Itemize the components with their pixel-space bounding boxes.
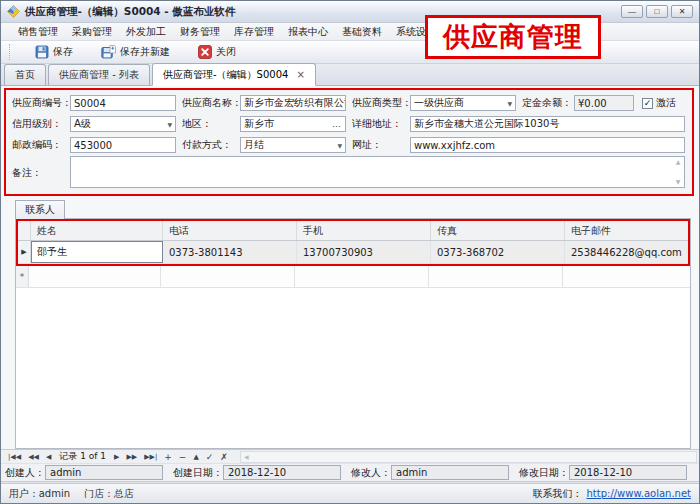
tab-home[interactable]: 首页 — [4, 64, 46, 85]
menu-inventory[interactable]: 库存管理 — [227, 25, 281, 39]
supplier-type-value: 一级供应商 — [414, 96, 464, 110]
close-window-button[interactable]: ✕ — [671, 5, 693, 18]
cell-phone[interactable]: 0373-3801143 — [163, 241, 297, 263]
horizontal-scrollbar[interactable]: ◀ — [240, 451, 697, 463]
credit-level-select[interactable]: A级 ▼ — [70, 116, 176, 132]
supplier-name-label: 供应商名称： — [182, 96, 240, 110]
deposit-balance-field: ¥0.00 — [574, 95, 634, 111]
cell-mobile-empty[interactable] — [295, 266, 429, 287]
cell-name[interactable]: 邵予生 — [31, 241, 163, 263]
column-header-fax[interactable]: 传真 — [431, 221, 565, 240]
chevron-down-icon[interactable]: ▼ — [337, 142, 342, 149]
status-right: 联系我们： http://www.aolan.net — [532, 487, 691, 501]
postcode-label: 邮政编码： — [12, 138, 70, 152]
annotation-supplier-management: 供应商管理 — [425, 15, 601, 59]
nav-next-page-button[interactable]: ▶▶ — [123, 451, 140, 463]
menu-purchasing[interactable]: 采购管理 — [65, 25, 119, 39]
column-header-phone[interactable]: 电话 — [163, 221, 297, 240]
cell-fax-empty[interactable] — [429, 266, 563, 287]
remarks-textarea[interactable]: ▲ ▼ — [70, 156, 685, 188]
save-button-label: 保存 — [53, 45, 73, 59]
cell-email-empty[interactable] — [563, 266, 690, 287]
scroll-down-icon[interactable]: ▼ — [676, 179, 681, 185]
tab-supplier-edit[interactable]: 供应商管理-（编辑）S0004 × — [152, 63, 316, 86]
tab-supplier-edit-label: 供应商管理-（编辑）S0004 — [163, 68, 288, 82]
supplier-type-select[interactable]: 一级供应商 ▼ — [410, 95, 516, 111]
payment-method-label: 付款方式： — [182, 138, 240, 152]
window-title: 供应商管理-（编辑）S0004 - 傲蓝布业软件 — [25, 5, 235, 19]
nav-edit-button[interactable]: ▲ — [190, 451, 201, 463]
nav-cancel-button[interactable]: ✗ — [217, 451, 231, 463]
form-row-2: 信用级别： A级 ▼ 地区： 新乡市 … 详细地址： 新乡市金穗大道公元国际10… — [12, 114, 687, 134]
nav-first-button[interactable]: |◀◀ — [5, 451, 24, 463]
toolbar-grip — [9, 44, 12, 60]
contacts-grid: 姓名 电话 手机 传真 电子邮件 ▶ 邵予生 0373-3801143 1370… — [15, 218, 691, 449]
cell-mobile[interactable]: 13700730903 — [297, 241, 431, 263]
audit-bar: 创建人： admin 创建日期： 2018-12-10 修改人： admin 修… — [1, 463, 699, 481]
chevron-down-icon[interactable]: ▼ — [507, 100, 512, 107]
website-link[interactable]: http://www.aolan.net — [586, 488, 691, 499]
modified-by-label: 修改人： — [351, 466, 391, 480]
tab-supplier-list[interactable]: 供应商管理 - 列表 — [48, 64, 150, 85]
menu-basic-data[interactable]: 基础资料 — [335, 25, 389, 39]
remarks-scrollbar[interactable]: ▲ ▼ — [672, 157, 684, 187]
nav-delete-button[interactable]: − — [176, 451, 190, 463]
floppy-disk-icon — [35, 45, 49, 59]
close-form-button[interactable]: 关闭 — [191, 43, 243, 61]
nav-prev-page-button[interactable]: ◀◀ — [25, 451, 42, 463]
created-by-label: 创建人： — [5, 466, 45, 480]
scroll-up-icon[interactable]: ▲ — [676, 159, 681, 165]
save-button[interactable]: 保存 — [28, 43, 80, 61]
nav-prev-button[interactable]: ◀ — [43, 451, 54, 463]
payment-method-select[interactable]: 月结 ▼ — [240, 137, 346, 153]
website-label: 网址： — [352, 138, 410, 152]
website-field[interactable]: www.xxjhfz.com — [410, 137, 685, 153]
nav-next-button[interactable]: ▶ — [111, 451, 122, 463]
region-field[interactable]: 新乡市 … — [240, 116, 346, 132]
window-controls: — □ ✕ — [621, 5, 693, 18]
scroll-left-icon[interactable]: ◀ — [241, 453, 249, 460]
created-by-field: admin — [45, 465, 163, 480]
save-and-new-button[interactable]: 保存并新建 — [94, 43, 177, 61]
cell-email[interactable]: 2538446228@qq.com — [565, 241, 688, 263]
credit-level-label: 信用级别： — [12, 117, 70, 131]
nav-append-button[interactable]: + — [161, 451, 175, 463]
active-checkbox[interactable]: ✓ — [642, 98, 653, 109]
record-count-text: 记录 1 of 1 — [55, 450, 110, 463]
menu-outsourcing[interactable]: 外发加工 — [119, 25, 173, 39]
column-header-name[interactable]: 姓名 — [31, 221, 163, 240]
form-row-remarks: 备注： ▲ ▼ — [12, 156, 687, 190]
new-row-marker: * — [16, 266, 29, 287]
cell-fax[interactable]: 0373-368702 — [431, 241, 565, 263]
app-window: 供应商管理-（编辑）S0004 - 傲蓝布业软件 — □ ✕ 供应商管理 销售管… — [0, 0, 700, 504]
ellipsis-icon[interactable]: … — [332, 119, 342, 129]
postcode-field[interactable]: 453000 — [70, 137, 176, 153]
tab-close-icon[interactable]: × — [296, 71, 304, 79]
close-form-button-label: 关闭 — [216, 45, 236, 59]
remarks-label: 备注： — [12, 166, 70, 180]
menu-finance[interactable]: 财务管理 — [173, 25, 227, 39]
column-header-email[interactable]: 电子邮件 — [565, 221, 688, 240]
checkmark-icon: ✓ — [644, 99, 652, 108]
modified-by-field: admin — [391, 465, 509, 480]
menu-sales[interactable]: 销售管理 — [11, 25, 65, 39]
form-row-3: 邮政编码： 453000 付款方式： 月结 ▼ 网址： www.xxjhfz.c… — [12, 135, 687, 155]
column-header-mobile[interactable]: 手机 — [297, 221, 431, 240]
contact-us-label: 联系我们： — [532, 487, 582, 501]
chevron-down-icon[interactable]: ▼ — [167, 121, 172, 128]
minimize-button[interactable]: — — [621, 5, 643, 18]
cell-phone-empty[interactable] — [161, 266, 295, 287]
contacts-grid-header: 姓名 电话 手机 传真 电子邮件 — [18, 221, 688, 241]
maximize-button[interactable]: □ — [646, 5, 668, 18]
tab-contacts[interactable]: 联系人 — [15, 200, 65, 219]
row-arrow-icon: ▶ — [21, 248, 26, 256]
address-field[interactable]: 新乡市金穗大道公元国际1030号 — [410, 116, 685, 132]
supplier-code-field[interactable]: S0004 — [70, 95, 176, 111]
nav-last-button[interactable]: ▶▶| — [141, 451, 160, 463]
cell-name-empty[interactable] — [29, 266, 161, 287]
record-navigator: |◀◀ ◀◀ ◀ 记录 1 of 1 ▶ ▶▶ ▶▶| + − ▲ ✓ ✗ ◀ — [1, 449, 699, 463]
supplier-name-field[interactable]: 新乡市金宏纺织有限公司 — [240, 95, 346, 111]
save-and-new-button-label: 保存并新建 — [120, 45, 170, 59]
menu-reports[interactable]: 报表中心 — [281, 25, 335, 39]
nav-post-button[interactable]: ✓ — [203, 451, 217, 463]
